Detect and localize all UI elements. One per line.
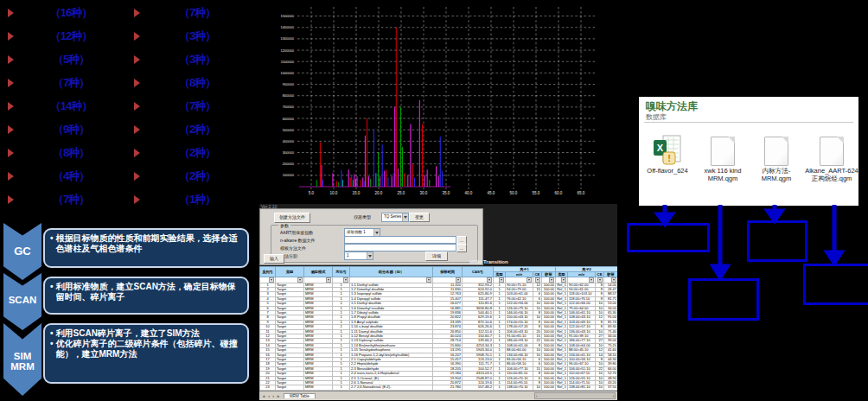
method-split-select[interactable]: 1 xyxy=(344,251,373,260)
chevron-down-icon[interactable] xyxy=(402,213,408,221)
library-file-1[interactable]: X!Off-flavor_624 xyxy=(641,128,694,175)
filter-dropdown-icon xyxy=(269,277,274,283)
workflow-step-label: SIMMRM xyxy=(3,351,41,372)
category-item: （1种） xyxy=(128,188,254,211)
bullet-arrow-icon xyxy=(8,172,14,181)
category-item: （8种） xyxy=(128,72,254,94)
detail-button[interactable]: 详细 xyxy=(425,251,448,261)
chromatogram-grid xyxy=(297,7,595,189)
category-item: （12种） xyxy=(2,25,128,48)
column-header[interactable]: CAS号 xyxy=(463,267,494,277)
category-count: （5种） xyxy=(14,52,128,67)
document-file-icon xyxy=(750,128,803,166)
alkane-file-input[interactable] xyxy=(344,236,456,244)
template-browse-button[interactable]: ... xyxy=(456,244,467,252)
category-count: （4种） xyxy=(14,169,128,184)
workflow-chevron-gc xyxy=(3,223,41,280)
compound-category-list: （16种）（7种）（12种）（3种）（5种）（3种）（7种）（8种）（14种）（… xyxy=(2,2,254,211)
filter-dropdown-icon xyxy=(426,277,431,283)
category-count: （7种） xyxy=(140,99,254,114)
instrument-type-label: 仪器类型 xyxy=(354,214,371,220)
document-file-icon xyxy=(805,128,858,166)
column-header[interactable]: 测定模式 xyxy=(304,267,333,277)
svg-text:500000: 500000 xyxy=(283,128,295,132)
bullet-arrow-icon xyxy=(8,9,14,17)
template-file-label: 模板方法文件 xyxy=(280,245,306,251)
svg-text:30.0: 30.0 xyxy=(420,191,428,195)
column-header[interactable]: 类型 xyxy=(276,267,304,277)
workflow-step-box: •利用SCAN碎片离子，建立了SIM方法•优化碎片离子的二级碎片条件（包括碎片、… xyxy=(43,323,249,384)
filter-dropdown-icon xyxy=(499,277,504,283)
horizontal-scrollbar[interactable]: ‹› xyxy=(534,392,616,399)
alkane-file-label: n-alkane 数据文件 xyxy=(280,238,316,243)
category-count: （7种） xyxy=(140,5,254,21)
svg-text:200000: 200000 xyxy=(283,162,295,166)
svg-text:55.0: 55.0 xyxy=(533,191,540,195)
sheet-nav-arrows[interactable]: « ‹ › » xyxy=(263,393,280,398)
svg-text:40.0: 40.0 xyxy=(465,191,473,195)
create-method-button[interactable]: 创建方法文件 xyxy=(274,213,310,223)
template-file-input[interactable] xyxy=(344,244,456,251)
chevron-down-icon[interactable] xyxy=(367,252,373,259)
output-box-1 xyxy=(627,223,710,252)
column-header[interactable]: 组分名称（ID） xyxy=(350,267,433,277)
library-file-3[interactable]: 内标方法-MRM.qgm xyxy=(750,128,803,182)
bullet-arrow-icon xyxy=(8,55,14,64)
svg-text:1300000: 1300000 xyxy=(280,36,294,41)
column-header[interactable]: 保留时间 xyxy=(433,267,463,277)
params-group-label: 参数 xyxy=(278,223,290,228)
bullet-arrow-icon xyxy=(134,55,140,64)
workflow-step-label: GC xyxy=(3,245,41,258)
category-count: （12种） xyxy=(14,29,128,44)
category-row: （12种）（3种） xyxy=(2,25,254,48)
output-box-3 xyxy=(747,220,807,262)
category-count: （3种） xyxy=(140,29,254,44)
category-count: （14种） xyxy=(14,99,128,114)
svg-text:900000: 900000 xyxy=(283,82,295,86)
category-count: （3种） xyxy=(140,52,254,67)
svg-text:1500000: 1500000 xyxy=(280,14,294,18)
category-item: （3种） xyxy=(128,48,254,71)
acquisition-window: Ver.2.10 创建方法文件 仪器类型 TQ Series 变更 参数 AAR… xyxy=(259,204,617,399)
bullet-arrow-icon xyxy=(8,125,14,134)
workflow-chevron-scan xyxy=(3,273,41,330)
svg-text:45.0: 45.0 xyxy=(488,191,495,195)
filter-dropdown-icon xyxy=(597,277,603,283)
workflow-step-box: •根据目标物质的性质和前期实验结果，选择合适色谱柱及气相色谱条件 xyxy=(43,228,249,268)
svg-text:300000: 300000 xyxy=(283,150,295,155)
svg-text:1000000: 1000000 xyxy=(280,71,294,75)
sheet-tab[interactable]: MRM Table xyxy=(284,393,316,398)
filter-dropdown-icon xyxy=(549,277,554,283)
filter-dropdown-icon xyxy=(326,277,331,283)
svg-text:1100000: 1100000 xyxy=(281,60,295,64)
output-box-4 xyxy=(803,264,868,305)
category-row: （14种）（7种） xyxy=(2,95,254,118)
library-file-4[interactable]: Alkane_AART-624 正构烷烃.qgm xyxy=(805,128,858,182)
column-header[interactable]: 方法号 xyxy=(333,267,350,277)
svg-text:800000: 800000 xyxy=(283,93,295,98)
svg-text:60.0: 60.0 xyxy=(555,191,563,195)
column-header[interactable]: 系列号 xyxy=(260,267,276,277)
category-item: （14种） xyxy=(2,95,128,118)
category-row: （16种）（7种） xyxy=(2,2,254,24)
instrument-type-select[interactable]: TQ Series xyxy=(381,213,409,222)
category-row: （4种）（2种） xyxy=(2,165,254,188)
category-item: （2种） xyxy=(128,165,254,188)
chevron-down-icon[interactable] xyxy=(373,229,380,236)
filter-dropdown-icon xyxy=(487,277,492,283)
category-count: （9种） xyxy=(14,122,128,137)
svg-text:5.0: 5.0 xyxy=(309,191,315,195)
svg-text:10.0: 10.0 xyxy=(330,191,338,195)
sheet-tab-bar: « ‹ › » MRM Table ‹› xyxy=(259,391,617,400)
category-item: （2种） xyxy=(128,142,254,164)
slide-canvas: （16种）（7种）（12种）（3种）（5种）（3种）（7种）（8种）（14种）（… xyxy=(0,0,868,401)
bullet-arrow-icon xyxy=(134,79,140,87)
change-button[interactable]: 变更 xyxy=(409,213,430,222)
filter-dropdown-icon xyxy=(297,277,303,283)
input-button[interactable]: 输入 xyxy=(264,254,284,264)
bullet-arrow-icon xyxy=(8,32,14,41)
library-file-2[interactable]: xwk 116 kind MRM.qgm xyxy=(696,128,750,182)
category-item: （7种） xyxy=(2,188,128,211)
workflow-bullet: •利用标准物质，建立SCAN方法，确定目标物保留时间、碎片离子 xyxy=(50,282,242,302)
svg-text:1200000: 1200000 xyxy=(280,48,294,53)
